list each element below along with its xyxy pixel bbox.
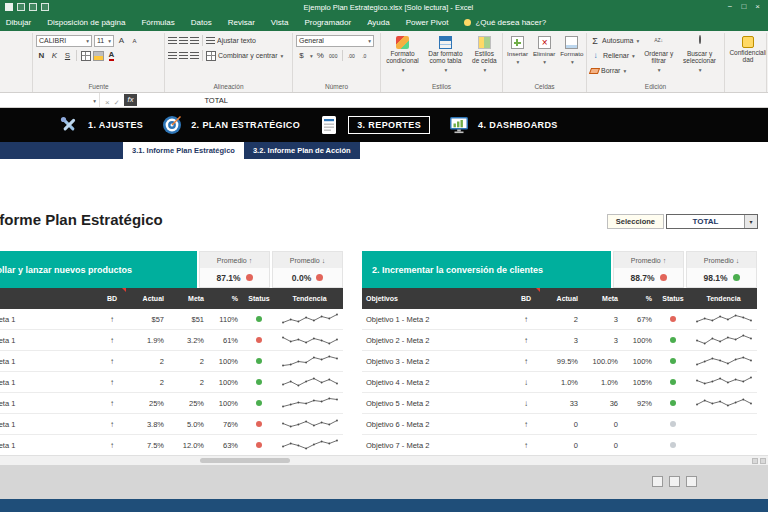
underline-button[interactable]: S (62, 50, 73, 62)
wrap-text-button[interactable]: Ajustar texto (206, 34, 256, 47)
formula-input[interactable]: TOTAL (142, 96, 768, 105)
insert-function-button[interactable]: fx (124, 94, 138, 106)
font-color-button[interactable] (106, 50, 117, 62)
ribbon-tab[interactable]: Power Pivot (398, 14, 457, 31)
subtab-informe-plan-accion[interactable]: 3.2. Informe Plan de Acción (244, 142, 360, 159)
scrollbar-thumb[interactable] (200, 458, 290, 463)
table-row[interactable]: Objetivo 4 - Meta 2↓1.0%1.0%105% (362, 372, 757, 393)
merge-center-button[interactable]: Combinar y centrar (206, 49, 283, 62)
nav-item-reportes[interactable]: 3. REPORTES (318, 114, 430, 136)
table-row[interactable]: Objetivo 5 - Meta 1↑25%25%100% (0, 393, 343, 414)
horizontal-scrollbar[interactable] (0, 455, 768, 465)
number-format-select[interactable]: General (296, 35, 374, 47)
percent-cell: 110% (208, 309, 242, 330)
meta-cell: 36 (582, 393, 622, 414)
column-header: Tendencia (690, 288, 757, 309)
decrease-font-button[interactable] (129, 35, 140, 47)
percent-button[interactable]: % (315, 50, 326, 62)
table-row[interactable]: Objetivo 1 - Meta 2↑2367% (362, 309, 757, 330)
find-select-button[interactable]: Buscar y seleccionar (678, 34, 721, 75)
undo-icon[interactable] (29, 3, 37, 11)
bold-button[interactable]: N (36, 50, 47, 62)
bd-arrow: ↑ (512, 330, 540, 351)
table-row[interactable]: Objetivo 6 - Meta 2↑00 (362, 414, 757, 435)
delete-cells-button[interactable]: Eliminar (532, 34, 556, 67)
table-row[interactable]: Objetivo 1 - Meta 1↑$57$51110% (0, 309, 343, 330)
chevron-down-icon (85, 37, 89, 44)
table-row[interactable]: Objetivo 3 - Meta 2↑99.5%100.0%100% (362, 351, 757, 372)
subtab-informe-plan-estrategico[interactable]: 3.1. Informe Plan Estratégico (123, 142, 244, 159)
enter-icon[interactable] (114, 91, 120, 109)
comma-style-button[interactable]: 000 (328, 50, 339, 62)
table-row[interactable]: Objetivo 4 - Meta 1↑22100% (0, 372, 343, 393)
nav-item-ajustes[interactable]: 1. AJUSTES (58, 114, 143, 136)
chevron-down-icon[interactable] (744, 215, 757, 228)
insert-cells-button[interactable]: Insertar (506, 34, 529, 67)
status-cell (656, 309, 690, 330)
nav-item-plan-estrategico[interactable]: 2. PLAN ESTRATÉGICO (161, 114, 300, 136)
italic-button[interactable]: K (49, 50, 60, 62)
align-center-icon[interactable] (179, 52, 188, 59)
ribbon-tab[interactable]: Fórmulas (133, 14, 182, 31)
total-dropdown[interactable]: TOTAL (666, 214, 758, 229)
increase-font-button[interactable] (116, 35, 127, 47)
borders-icon[interactable] (81, 51, 91, 61)
ribbon-tab[interactable]: Programador (296, 14, 359, 31)
scroll-left-icon[interactable] (752, 458, 758, 464)
ribbon-tab[interactable]: Vista (263, 14, 297, 31)
align-left-icon[interactable] (168, 52, 177, 59)
save-icon[interactable] (17, 3, 25, 11)
cell-styles-button[interactable]: Estilos de celda (470, 34, 499, 75)
conditional-formatting-button[interactable]: Formato condicional (384, 34, 421, 75)
table-row[interactable]: Objetivo 2 - Meta 2↑33100% (362, 330, 757, 351)
ribbon-tab[interactable]: Disposición de página (39, 14, 133, 31)
panel-title: 1. Desarrollar y lanzar nuevos productos (0, 251, 197, 288)
sort-filter-button[interactable]: Ordenar y filtrar (642, 34, 675, 75)
clear-button[interactable]: Borrar (590, 64, 639, 77)
status-cell (242, 393, 276, 414)
align-right-icon[interactable] (190, 52, 199, 59)
view-page-layout-button[interactable] (669, 476, 680, 487)
autosum-button[interactable]: ΣAutosuma (590, 34, 639, 47)
actual-cell: 0 (540, 435, 582, 456)
bd-arrow: ↑ (512, 309, 540, 330)
table-row[interactable]: Objetivo 7 - Meta 2↑00 (362, 435, 757, 456)
view-page-break-button[interactable] (686, 476, 697, 487)
ribbon-tab[interactable]: Dibujar (0, 14, 39, 31)
table-row[interactable]: Objetivo 3 - Meta 1↑22100% (0, 351, 343, 372)
format-cells-button[interactable]: Formato (559, 34, 584, 67)
name-box[interactable] (0, 93, 100, 107)
align-top-icon[interactable] (168, 37, 177, 44)
status-dot (670, 358, 676, 364)
cancel-icon[interactable] (105, 91, 110, 109)
ribbon-tab[interactable]: Datos (183, 14, 220, 31)
view-normal-button[interactable] (652, 476, 663, 487)
font-family-select[interactable]: CALIBRI (36, 35, 92, 47)
scroll-right-icon[interactable] (760, 458, 766, 464)
close-icon[interactable]: × (755, 3, 760, 11)
ribbon-tab[interactable]: Revisar (220, 14, 263, 31)
font-size-select[interactable]: 11 (94, 35, 114, 47)
fill-button[interactable]: Rellenar (590, 49, 639, 62)
ribbon: Pegar Cortar Copiar Copiar formato Porta… (0, 31, 768, 93)
redo-icon[interactable] (41, 3, 49, 11)
table-row[interactable]: Objetivo 5 - Meta 2↓333692% (362, 393, 757, 414)
minimize-icon[interactable]: − (728, 3, 733, 11)
table-row[interactable]: Objetivo 6 - Meta 1↑3.8%5.0%76% (0, 414, 343, 435)
table-row[interactable]: Objetivo 7 - Meta 1↑7.5%12.0%63% (0, 435, 343, 456)
format-as-table-button[interactable]: Dar formato como tabla (424, 34, 467, 75)
tell-me-search[interactable]: ¿Qué desea hacer? (456, 14, 554, 31)
maximize-icon[interactable]: □ (741, 3, 746, 11)
merge-center-icon (206, 51, 216, 61)
ribbon-tab[interactable]: Ayuda (359, 14, 398, 31)
fill-color-icon[interactable] (93, 51, 104, 61)
currency-button[interactable]: $ (296, 50, 307, 62)
table-row[interactable]: Objetivo 2 - Meta 1↑1.9%3.2%61% (0, 330, 343, 351)
sparkline (282, 439, 338, 452)
increase-decimal-button[interactable]: .00 (346, 50, 357, 62)
decrease-decimal-button[interactable]: .0 (359, 50, 370, 62)
nav-item-dashboards[interactable]: 4. DASHBOARDS (448, 114, 558, 136)
sensitivity-button[interactable]: Confidencialidad (728, 34, 767, 66)
align-middle-icon[interactable] (179, 37, 188, 44)
align-bottom-icon[interactable] (190, 37, 199, 44)
